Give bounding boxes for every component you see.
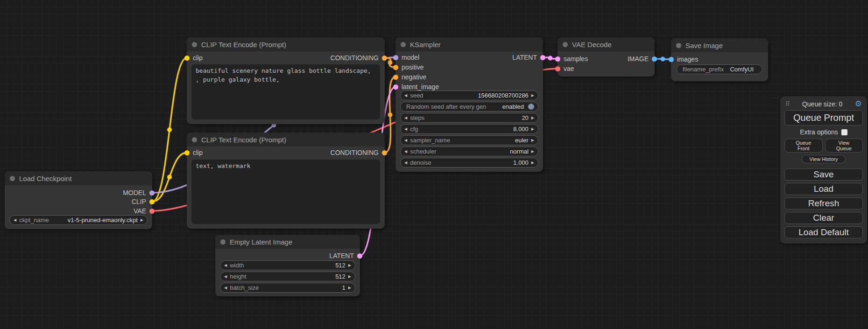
widget-scheduler[interactable]: ◀ scheduler normal ▶ [400, 147, 538, 156]
widget-width[interactable]: ◀ width 512 ▶ [220, 260, 355, 270]
input-slot-model[interactable]: model [393, 53, 419, 62]
output-dot-clip[interactable] [149, 199, 155, 204]
output-slot-clip[interactable]: CLIP [132, 197, 155, 206]
node-title-bar[interactable]: CLIP Text Encode (Prompt) [187, 37, 385, 51]
save-button[interactable]: Save [784, 168, 863, 181]
clear-button[interactable]: Clear [784, 212, 863, 224]
link-midpoint-dot[interactable] [388, 60, 393, 65]
link-midpoint-dot[interactable] [661, 57, 665, 62]
collapse-dot-icon[interactable] [220, 239, 226, 245]
input-dot-model[interactable] [393, 55, 398, 60]
arrow-right-icon[interactable]: ▶ [531, 116, 534, 120]
widget-denoise[interactable]: ◀ denoise 1.000 ▶ [400, 158, 538, 168]
input-dot-positive[interactable] [393, 65, 398, 70]
output-dot-vae[interactable] [149, 209, 155, 214]
node-load-checkpoint[interactable]: Load Checkpoint MODEL CLIP VAE ◀ ckpt_na… [5, 171, 152, 229]
node-graph-canvas[interactable]: Load Checkpoint MODEL CLIP VAE ◀ ckpt_na… [0, 0, 868, 329]
collapse-dot-icon[interactable] [563, 42, 568, 47]
settings-gear-icon[interactable]: ⚙ [855, 100, 862, 108]
arrow-left-icon[interactable]: ◀ [404, 150, 407, 154]
collapse-dot-icon[interactable] [192, 137, 197, 142]
arrow-right-icon[interactable]: ▶ [141, 218, 143, 222]
toggle-knob[interactable] [528, 104, 534, 110]
arrow-right-icon[interactable]: ▶ [531, 127, 534, 131]
output-slot-image[interactable]: IMAGE [628, 54, 657, 63]
refresh-button[interactable]: Refresh [784, 197, 863, 210]
widget-batch-size[interactable]: ◀ batch_size 1 ▶ [220, 283, 355, 293]
node-ksampler[interactable]: KSampler model positive negative latent_… [395, 37, 543, 172]
output-dot-image[interactable] [652, 56, 657, 62]
output-slot-conditioning[interactable]: CONDITIONING [331, 53, 387, 63]
input-slot-clip[interactable]: clip [184, 148, 203, 157]
widget-random-seed-toggle[interactable]: Random seed after every gen enabled [400, 102, 538, 112]
node-title-bar[interactable]: CLIP Text Encode (Prompt) [187, 133, 385, 147]
output-slot-model[interactable]: MODEL [123, 188, 155, 197]
input-slot-latent-image[interactable]: latent_image [393, 82, 439, 91]
input-dot-negative[interactable] [393, 75, 398, 80]
output-slot-vae[interactable]: VAE [134, 206, 155, 216]
arrow-left-icon[interactable]: ◀ [404, 127, 407, 131]
view-queue-button[interactable]: View Queue [825, 139, 863, 153]
input-dot-vae[interactable] [555, 66, 560, 71]
node-title-bar[interactable]: Save Image [671, 38, 768, 52]
load-button[interactable]: Load [784, 183, 863, 195]
arrow-right-icon[interactable]: ▶ [531, 139, 534, 142]
widget-cfg[interactable]: ◀ cfg 8.000 ▶ [400, 124, 538, 134]
widget-height[interactable]: ◀ height 512 ▶ [220, 272, 355, 281]
arrow-left-icon[interactable]: ◀ [224, 275, 227, 279]
link-midpoint-dot[interactable] [167, 175, 172, 180]
node-vae-decode[interactable]: VAE Decode samples vae IMAGE [557, 37, 655, 77]
output-dot-latent[interactable] [357, 253, 362, 259]
output-dot-conditioning[interactable] [382, 56, 387, 61]
node-title-bar[interactable]: VAE Decode [557, 37, 655, 51]
load-default-button[interactable]: Load Default [784, 226, 863, 238]
input-dot-images[interactable] [669, 57, 674, 62]
arrow-right-icon[interactable]: ▶ [348, 286, 351, 290]
output-slot-conditioning[interactable]: CONDITIONING [331, 148, 387, 157]
link-midpoint-dot[interactable] [167, 127, 172, 132]
node-title-bar[interactable]: KSampler [395, 37, 543, 51]
node-title-bar[interactable]: Load Checkpoint [5, 171, 152, 185]
view-history-button[interactable]: View History [802, 155, 846, 163]
widget-filename-prefix[interactable]: filename_prefix ComfyUI [677, 64, 762, 74]
output-slot-latent[interactable]: LATENT [329, 251, 362, 260]
extra-options-checkbox[interactable] [841, 129, 847, 135]
arrow-left-icon[interactable]: ◀ [404, 94, 407, 98]
node-save-image[interactable]: Save Image images filename_prefix ComfyU… [671, 38, 768, 81]
node-empty-latent-image[interactable]: Empty Latent Image LATENT ◀ width 512 ▶ … [215, 235, 360, 296]
widget-ckpt-name[interactable]: ◀ ckpt_name v1-5-pruned-emaonly.ckpt ▶ [9, 215, 148, 225]
output-slot-latent[interactable]: LATENT [512, 53, 545, 62]
output-dot-conditioning[interactable] [382, 150, 387, 155]
collapse-dot-icon[interactable] [192, 42, 197, 47]
input-dot-latent-image[interactable] [393, 84, 398, 90]
arrow-left-icon[interactable]: ◀ [404, 139, 407, 142]
arrow-right-icon[interactable]: ▶ [348, 275, 351, 279]
node-clip-text-encode-positive[interactable]: CLIP Text Encode (Prompt) clip CONDITION… [187, 37, 385, 124]
queue-prompt-button[interactable]: Queue Prompt [784, 110, 863, 126]
node-clip-text-encode-negative[interactable]: CLIP Text Encode (Prompt) clip CONDITION… [187, 133, 385, 229]
node-title-bar[interactable]: Empty Latent Image [215, 235, 360, 249]
link-midpoint-dot[interactable] [548, 56, 553, 61]
negative-prompt-textarea[interactable]: text, watermark [191, 160, 380, 224]
arrow-right-icon[interactable]: ▶ [531, 150, 534, 154]
link-midpoint-dot[interactable] [388, 112, 393, 117]
input-slot-negative[interactable]: negative [393, 72, 426, 82]
input-slot-clip[interactable]: clip [184, 53, 203, 63]
arrow-left-icon[interactable]: ◀ [224, 286, 227, 290]
collapse-dot-icon[interactable] [401, 42, 406, 47]
input-dot-clip[interactable] [184, 56, 190, 61]
output-dot-model[interactable] [149, 190, 155, 196]
queue-front-button[interactable]: Queue Front [784, 139, 823, 153]
arrow-left-icon[interactable]: ◀ [14, 218, 16, 222]
positive-prompt-textarea[interactable]: beautiful scenery nature glass bottle la… [191, 64, 380, 119]
input-dot-samples[interactable] [555, 56, 560, 62]
arrow-right-icon[interactable]: ▶ [348, 264, 351, 267]
arrow-right-icon[interactable]: ▶ [531, 94, 534, 98]
arrow-left-icon[interactable]: ◀ [404, 116, 407, 120]
collapse-dot-icon[interactable] [10, 176, 15, 181]
arrow-left-icon[interactable]: ◀ [224, 264, 227, 267]
input-slot-positive[interactable]: positive [393, 63, 423, 72]
output-dot-latent[interactable] [540, 55, 545, 60]
collapse-dot-icon[interactable] [676, 43, 681, 48]
arrow-left-icon[interactable]: ◀ [404, 161, 407, 165]
